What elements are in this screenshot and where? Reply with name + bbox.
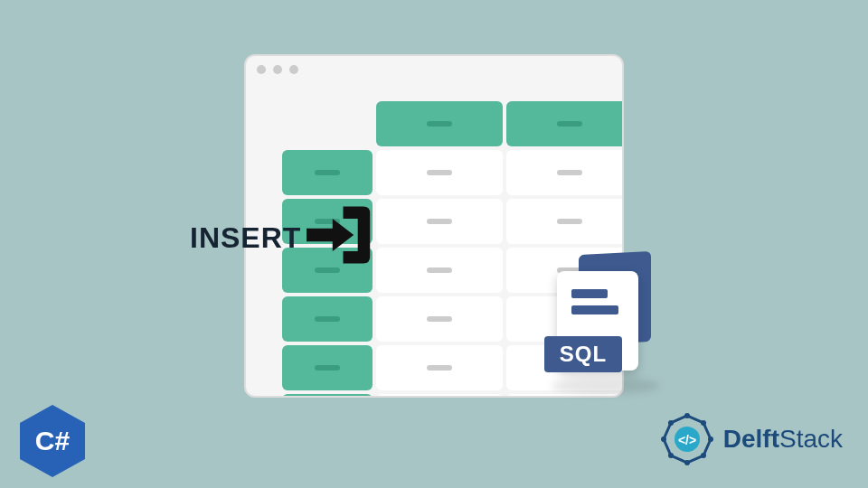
- dash-icon: [315, 170, 340, 175]
- svg-point-7: [701, 420, 706, 426]
- insert-arrow-icon: [298, 194, 380, 276]
- cell: [506, 394, 624, 398]
- cell: [376, 150, 503, 195]
- file-line-icon: [571, 305, 618, 314]
- dash-icon: [557, 121, 582, 127]
- dash-icon: [315, 316, 340, 322]
- dash-icon: [427, 170, 452, 175]
- cell: [376, 199, 503, 244]
- svg-text:</>: </>: [678, 433, 696, 447]
- csharp-label: C#: [35, 426, 70, 456]
- window-dot-2: [273, 65, 282, 74]
- dash-icon: [427, 121, 452, 127]
- cell: [376, 248, 503, 293]
- dash-icon: [427, 316, 452, 322]
- csharp-hex-icon: C#: [16, 405, 89, 477]
- dash-icon: [315, 365, 340, 371]
- dash-icon: [557, 170, 582, 175]
- brand-logo: </> DelftStack: [660, 412, 843, 466]
- window-dot-3: [289, 65, 298, 74]
- csharp-badge: C#: [16, 405, 89, 477]
- file-line-icon: [571, 289, 608, 298]
- window-chrome: [246, 56, 622, 83]
- brand-text: DelftStack: [723, 425, 843, 454]
- brand-suffix: Stack: [779, 425, 843, 453]
- cell: [376, 394, 503, 398]
- header-left-4: [282, 296, 373, 342]
- svg-point-4: [708, 436, 713, 442]
- brand-symbol-icon: </>: [660, 412, 714, 466]
- svg-point-3: [684, 413, 690, 418]
- insert-label: INSERT: [190, 221, 301, 255]
- cell-corner: [282, 101, 373, 146]
- header-left-5: [282, 345, 373, 390]
- header-left-1: [282, 150, 373, 195]
- cell: [376, 296, 503, 342]
- sql-shadow: [552, 378, 660, 394]
- svg-point-5: [684, 460, 690, 465]
- svg-point-9: [668, 453, 674, 458]
- dash-icon: [427, 365, 452, 371]
- brand-prefix: Delft: [723, 425, 779, 453]
- dash-icon: [427, 219, 452, 224]
- dash-icon: [557, 219, 582, 224]
- header-top-1: [376, 101, 503, 146]
- svg-point-8: [701, 453, 706, 458]
- header-left-6: [282, 394, 373, 398]
- dash-icon: [427, 267, 452, 273]
- cell: [506, 150, 624, 195]
- cell: [506, 199, 624, 244]
- header-top-2: [506, 101, 624, 146]
- window-dot-1: [257, 65, 266, 74]
- sql-badge: SQL: [544, 336, 622, 372]
- cell: [376, 345, 503, 390]
- svg-point-10: [668, 420, 674, 426]
- svg-point-6: [661, 436, 666, 442]
